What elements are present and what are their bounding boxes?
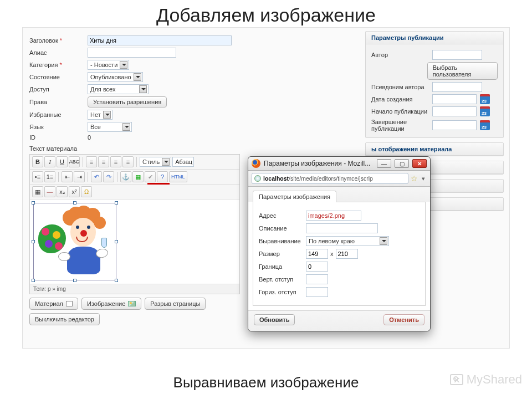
globe-icon [254,175,261,182]
align-select[interactable]: По левому краю [306,236,389,246]
set-permissions-button[interactable]: Установить разрешения [88,96,167,108]
toolbar-row-2: •≡ 1≡ ⇤ ⇥ ↶ ↷ ⚓ ▦ ✔ ? HTML [30,170,239,185]
html-button[interactable]: HTML [169,171,187,182]
toolbar-row-3: ▦ — x₂ x² Ω [30,185,239,200]
calendar-icon[interactable] [480,94,490,104]
dialog-form: Адрес Описание ВыравниваниеПо левому кра… [253,202,426,306]
publish-down-input[interactable] [432,120,477,130]
close-button[interactable]: ✕ [412,159,427,168]
clown-illustration [36,206,114,278]
align-right-icon[interactable]: ≡ [110,156,121,167]
url-text: localhost/site/media/editors/tinymce/jsc… [263,175,373,182]
cancel-button[interactable]: Отменить [383,314,424,325]
size-label: Размер [259,250,306,257]
publish-up-input[interactable] [432,106,477,116]
src-input[interactable] [306,211,361,221]
dialog-tabs: Параметры изображения [248,187,430,202]
bookmark-star-icon[interactable]: ☆ [411,174,418,183]
italic-icon[interactable]: I [44,156,55,167]
slide-title: Добавляем изображение [0,4,532,26]
editor-canvas[interactable] [30,200,239,284]
author-input[interactable] [432,50,482,60]
tab-image-params[interactable]: Параметры изображения [253,191,336,202]
sup-icon[interactable]: x² [69,186,80,197]
watermark: MyShared [450,372,522,387]
bullet-list-icon[interactable]: •≡ [32,171,43,182]
table-icon[interactable]: ▦ [32,186,43,197]
insert-image-button[interactable]: Изображение [81,298,141,310]
cms-screenshot: Заголовок Алиас Категория - Новости Сост… [22,27,510,349]
indent-icon[interactable]: ⇥ [74,171,85,182]
chevron-down-icon [103,111,111,119]
vspace-input[interactable] [306,274,328,284]
language-label: Язык [29,124,88,130]
firefox-icon [252,159,260,168]
sub-icon[interactable]: x₂ [57,186,68,197]
hr-icon[interactable]: — [44,186,55,197]
style-select[interactable]: Стиль [140,157,171,167]
alias-input[interactable] [88,48,176,58]
access-label: Доступ [29,86,88,93]
redo-icon[interactable]: ↷ [103,171,114,182]
underline-icon[interactable]: U [57,156,68,167]
insert-image-icon[interactable]: ▦ [132,171,144,182]
maximize-button[interactable]: ▢ [395,159,409,168]
strike-icon[interactable]: ABC [69,156,80,167]
insert-article-button[interactable]: Материал [29,298,78,310]
chevron-down-icon [139,85,147,93]
pagebreak-button[interactable]: Разрыв страницы [145,298,206,310]
minimize-button[interactable]: — [377,159,391,168]
desc-input[interactable] [306,223,378,233]
history-dropdown-icon[interactable]: ▾ [420,175,427,182]
id-label: ID [29,134,88,141]
created-input[interactable] [432,94,477,104]
charmap-icon[interactable]: Ω [81,186,92,197]
access-select[interactable]: Для всех [88,84,149,94]
chevron-down-icon [122,123,130,131]
anchor-icon[interactable]: ⚓ [120,171,131,182]
address-bar[interactable]: localhost/site/media/editors/tinymce/jsc… [252,173,408,184]
paragraph-select[interactable]: Абзац [172,157,194,167]
align-left-icon[interactable]: ≡ [86,156,97,167]
image-icon [128,301,136,306]
window-titlebar[interactable]: Параметры изображения - Mozill... — ▢ ✕ [248,157,430,171]
cleanup-icon[interactable]: ✔ [145,171,156,182]
toggle-editor-button[interactable]: Выключить редактор [29,313,100,325]
author-alias-input[interactable] [432,82,482,92]
calendar-icon[interactable] [480,106,490,116]
width-input[interactable] [306,249,328,259]
language-select[interactable]: Все [88,122,132,132]
title-input[interactable] [88,35,232,45]
bold-icon[interactable]: B [32,156,43,167]
border-input[interactable] [306,262,328,272]
help-icon[interactable]: ? [157,171,168,182]
publish-up-label: Начало публикации [371,108,432,115]
author-label: Автор [371,52,432,58]
align-center-icon[interactable]: ≡ [98,156,109,167]
category-select[interactable]: - Новости [88,60,129,70]
calendar-icon[interactable] [480,120,490,130]
vspace-label: Верт. отступ [259,276,306,283]
featured-select[interactable]: Нет [88,110,112,120]
state-label: Состояние [29,74,88,80]
chevron-down-icon [120,61,127,69]
undo-icon[interactable]: ↶ [91,171,102,182]
display-panel-header[interactable]: ы отображения материала [366,143,503,156]
update-button[interactable]: Обновить [254,314,295,325]
number-list-icon[interactable]: 1≡ [44,171,55,182]
article-icon [66,301,73,306]
hspace-input[interactable] [306,287,328,297]
publishing-panel-header[interactable]: Параметры публикации [366,32,503,44]
pick-user-button[interactable]: Выбрать пользователя [427,62,498,80]
body-label: Текст материала [29,145,77,152]
publishing-panel: Параметры публикации Автор Выбрать польз… [365,31,504,138]
wysiwyg-editor: B I U ABC ≡ ≡ ≡ ≡ Стиль Абзац •≡ 1≡ ⇤ ⇥ [29,154,240,294]
align-justify-icon[interactable]: ≡ [122,156,134,167]
outdent-icon[interactable]: ⇤ [62,171,73,182]
src-label: Адрес [259,212,306,219]
watermark-icon [450,374,463,385]
editor-statusbar: Теги: p » img [30,284,239,294]
height-input[interactable] [336,249,358,259]
selected-image[interactable] [33,203,116,280]
state-select[interactable]: Опубликовано [88,72,143,82]
